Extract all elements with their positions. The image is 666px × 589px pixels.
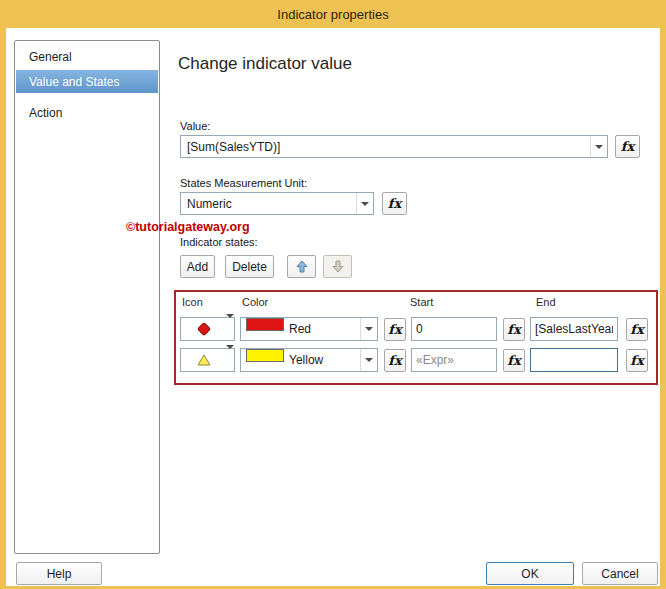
start-fx-expression-button[interactable]: fx	[503, 349, 525, 372]
cancel-button-label: Cancel	[601, 567, 638, 581]
color-fx-expression-button[interactable]: fx	[384, 349, 406, 372]
yellow-triangle-icon	[181, 349, 226, 371]
sidebar-item-label: General	[29, 50, 72, 64]
sidebar-item-action[interactable]: Action	[16, 101, 158, 124]
column-header-icon: Icon	[182, 296, 203, 308]
unit-combobox[interactable]: Numeric	[180, 192, 374, 215]
end-value-input[interactable]	[530, 317, 618, 341]
table-row: Yellow fx fx fx	[176, 348, 656, 372]
arrow-down-icon	[332, 260, 344, 273]
fx-icon: fx	[388, 353, 401, 368]
fx-icon: fx	[388, 196, 401, 211]
icon-dropdown[interactable]	[180, 348, 235, 372]
delete-button[interactable]: Delete	[225, 255, 274, 278]
delete-button-label: Delete	[232, 260, 267, 274]
sidebar-item-label: Value and States	[29, 75, 120, 89]
fx-icon: fx	[507, 353, 520, 368]
move-down-button	[323, 255, 352, 278]
end-fx-expression-button[interactable]: fx	[626, 349, 648, 372]
add-button[interactable]: Add	[180, 255, 215, 278]
value-fx-expression-button[interactable]: fx	[615, 135, 640, 158]
fx-icon: fx	[388, 322, 401, 337]
add-button-label: Add	[187, 260, 208, 274]
red-diamond-icon	[181, 318, 226, 340]
color-name: Yellow	[284, 349, 360, 371]
column-header-color: Color	[242, 296, 268, 308]
help-button[interactable]: Help	[16, 562, 102, 585]
chevron-down-icon	[360, 318, 377, 340]
color-dropdown[interactable]: Yellow	[240, 348, 378, 372]
color-swatch	[246, 318, 284, 331]
cancel-button[interactable]: Cancel	[582, 562, 658, 585]
value-label: Value:	[180, 120, 210, 132]
column-header-end: End	[536, 296, 556, 308]
start-value-input[interactable]	[411, 317, 497, 341]
chevron-down-icon	[360, 349, 377, 371]
sidebar-item-value-and-states[interactable]: Value and States	[16, 70, 158, 93]
dialog-body: General Value and States Action Change i…	[6, 28, 660, 586]
table-row: Red fx fx fx	[176, 317, 656, 341]
end-fx-expression-button[interactable]: fx	[626, 318, 648, 341]
sidebar: General Value and States Action	[14, 40, 160, 554]
fx-icon: fx	[507, 322, 520, 337]
icon-dropdown[interactable]	[180, 317, 235, 341]
indicator-states-label: Indicator states:	[180, 236, 258, 248]
window-title: Indicator properties	[277, 7, 388, 22]
unit-combobox-text: Numeric	[181, 193, 356, 214]
move-up-button[interactable]	[287, 255, 316, 278]
unit-fx-expression-button[interactable]: fx	[382, 192, 407, 215]
value-combobox[interactable]: [Sum(SalesYTD)]	[180, 135, 608, 158]
chevron-down-icon	[226, 318, 234, 340]
arrow-up-icon	[296, 260, 308, 273]
tutorialgateway-watermark: ©tutorialgateway.org	[126, 220, 250, 234]
chevron-down-icon	[226, 349, 234, 371]
indicator-properties-dialog: Indicator properties General Value and S…	[0, 0, 666, 589]
ok-button-label: OK	[521, 567, 538, 581]
chevron-down-icon	[356, 193, 373, 214]
fx-icon: fx	[621, 139, 634, 154]
color-dropdown[interactable]: Red	[240, 317, 378, 341]
start-value-input[interactable]	[411, 348, 497, 372]
sidebar-item-label: Action	[29, 106, 62, 120]
color-fx-expression-button[interactable]: fx	[384, 318, 406, 341]
start-fx-expression-button[interactable]: fx	[503, 318, 525, 341]
color-swatch	[246, 349, 284, 362]
value-combobox-text: [Sum(SalesYTD)]	[181, 136, 590, 157]
titlebar[interactable]: Indicator properties	[0, 0, 666, 28]
ok-button[interactable]: OK	[486, 562, 574, 585]
column-header-start: Start	[410, 296, 433, 308]
color-name: Red	[284, 318, 360, 340]
unit-label: States Measurement Unit:	[180, 177, 307, 189]
page-title: Change indicator value	[178, 54, 352, 74]
fx-icon: fx	[630, 353, 643, 368]
end-value-input[interactable]	[530, 348, 618, 372]
sidebar-item-general[interactable]: General	[16, 45, 158, 68]
chevron-down-icon	[590, 136, 607, 157]
indicator-states-table: Icon Color Start End Red fx	[174, 290, 658, 385]
help-button-label: Help	[47, 567, 72, 581]
fx-icon: fx	[630, 322, 643, 337]
